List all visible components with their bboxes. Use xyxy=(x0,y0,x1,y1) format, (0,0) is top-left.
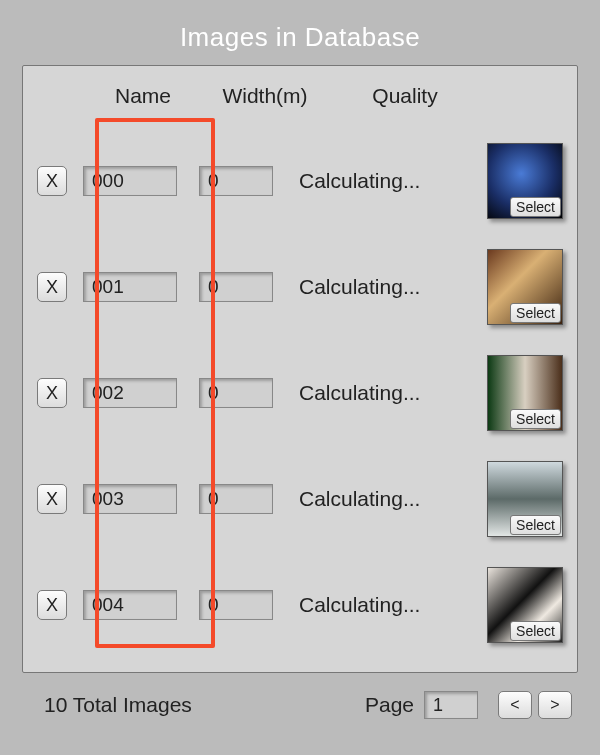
name-input[interactable] xyxy=(83,272,177,302)
delete-button[interactable]: X xyxy=(37,378,67,408)
thumbnail: Select xyxy=(487,567,563,643)
table-row: X Calculating... Select xyxy=(33,234,567,340)
header-name: Name xyxy=(83,84,203,108)
name-input[interactable] xyxy=(83,166,177,196)
page-title: Images in Database xyxy=(0,0,600,65)
select-button[interactable]: Select xyxy=(510,515,561,535)
width-input[interactable] xyxy=(199,378,273,408)
delete-button[interactable]: X xyxy=(37,166,67,196)
total-images-label: 10 Total Images xyxy=(44,693,192,717)
table-header: Name Width(m) Quality xyxy=(33,84,567,108)
width-input[interactable] xyxy=(199,484,273,514)
width-input[interactable] xyxy=(199,590,273,620)
quality-status: Calculating... xyxy=(299,275,487,299)
next-page-button[interactable]: > xyxy=(538,691,572,719)
thumbnail: Select xyxy=(487,461,563,537)
page-input[interactable] xyxy=(424,691,478,719)
name-input[interactable] xyxy=(83,484,177,514)
thumbnail: Select xyxy=(487,355,563,431)
name-input[interactable] xyxy=(83,590,177,620)
delete-button[interactable]: X xyxy=(37,484,67,514)
quality-status: Calculating... xyxy=(299,381,487,405)
table-row: X Calculating... Select xyxy=(33,446,567,552)
width-input[interactable] xyxy=(199,166,273,196)
rows-container: X Calculating... Select X Calculating...… xyxy=(33,128,567,658)
select-button[interactable]: Select xyxy=(510,303,561,323)
header-width: Width(m) xyxy=(203,84,327,108)
select-button[interactable]: Select xyxy=(510,409,561,429)
header-quality: Quality xyxy=(327,84,483,108)
images-panel: Name Width(m) Quality X Calculating... S… xyxy=(22,65,578,673)
prev-page-button[interactable]: < xyxy=(498,691,532,719)
thumbnail: Select xyxy=(487,249,563,325)
quality-status: Calculating... xyxy=(299,593,487,617)
page-label: Page xyxy=(365,693,414,717)
delete-button[interactable]: X xyxy=(37,272,67,302)
footer: 10 Total Images Page < > xyxy=(0,673,600,719)
quality-status: Calculating... xyxy=(299,487,487,511)
table-row: X Calculating... Select xyxy=(33,552,567,658)
select-button[interactable]: Select xyxy=(510,621,561,641)
table-row: X Calculating... Select xyxy=(33,340,567,446)
thumbnail: Select xyxy=(487,143,563,219)
name-input[interactable] xyxy=(83,378,177,408)
delete-button[interactable]: X xyxy=(37,590,67,620)
select-button[interactable]: Select xyxy=(510,197,561,217)
table-row: X Calculating... Select xyxy=(33,128,567,234)
width-input[interactable] xyxy=(199,272,273,302)
quality-status: Calculating... xyxy=(299,169,487,193)
